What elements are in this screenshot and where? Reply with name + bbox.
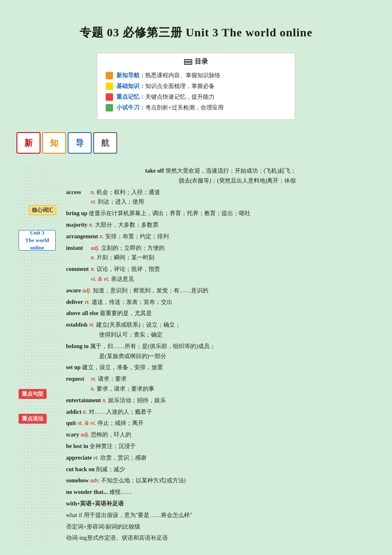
key-sentence-2: 否定词+形容词/副词的比较级 <box>66 522 375 532</box>
nav-btn-xin[interactable]: 新 <box>17 132 40 154</box>
def-comment-n: 议论，评论；批评，指责 <box>97 266 160 272</box>
def-setup: 建立，设立，准备，安排，放置 <box>82 364 163 370</box>
vocab-appreciate: appreciate vt. 欣赏，赏识；感谢 <box>66 453 375 463</box>
toc-item-3: 重点记忆：关键点快速记忆，提升能力 <box>106 92 286 102</box>
def-comment-vi: 表达意见 <box>111 276 134 282</box>
word-scary: scary <box>66 432 80 438</box>
word-belongto: belong to <box>66 343 90 349</box>
word-bringup: bring up <box>66 210 89 216</box>
pos-arrangement: n. <box>99 233 105 240</box>
def-establish: 建立(关系或联系)；设立；确立； <box>96 322 181 328</box>
vocabulary-content: take off 突然大受欢迎，迅速流行；开始成功；(飞机)起飞； 脱去(衣服等… <box>62 166 375 545</box>
left-sidebar: 核心词汇 Unit 3 The world online 重点句型 重点语法 <box>17 166 62 545</box>
key-sentence-3-text: 动词-ing形式作定语、状语和宾语补足语 <box>66 535 168 541</box>
word-comment: comment <box>66 264 91 284</box>
toc-item-1: 新知导航：熟悉课程内容、掌握知识脉络 <box>106 70 286 81</box>
word-cutback: cut back on <box>66 466 96 472</box>
pos-instant-adj: adj. <box>91 245 101 251</box>
def-entertainment: 娱乐活动；招待，娱乐 <box>108 397 166 403</box>
vocab-establish: establish vt. 建立(关系或联系)；设立；确立； 使得到认可；查实；… <box>66 320 375 340</box>
def-belost: 全神贯注；沉浸于 <box>90 443 136 449</box>
word-withobj: with+宾语+宾语补足语 <box>66 500 124 507</box>
nav-buttons-row: 新 知 导 航 <box>17 132 375 154</box>
toc-heading: 目录 <box>195 57 208 66</box>
nav-btn-zhi[interactable]: 知 <box>42 132 66 154</box>
word-appreciate: appreciate <box>66 455 93 461</box>
toc-item-4: 小试牛刀：考点剖析+过关检测，合理应用 <box>106 102 286 113</box>
key-sentence-3: 动词-ing形式作定语、状语和宾语补足语 <box>66 533 375 543</box>
vocab-deliver: deliver vt. 递送，传送；发表；宣布；交出 <box>66 297 375 307</box>
def-nowonder: 难怪…… <box>109 489 132 495</box>
key-sentence-2-text: 否定词+形容词/副词的比较级 <box>66 524 140 530</box>
toc-badge-1 <box>106 72 113 79</box>
vocab-majority: majority n. 大部分，大多数；多数票 <box>66 220 375 230</box>
word-belost: be lost in <box>66 443 90 449</box>
word-nowonder: no wonder that... <box>66 489 109 495</box>
vocab-arrangement: arrangement n. 安排；布置；约定；排列 <box>66 232 375 242</box>
vocab-quit: quit vt. & vi. 停止；戒掉；离开 <box>66 418 375 428</box>
unit-sidebar-label: Unit 3 The world online <box>19 230 56 251</box>
vocab-instant: instant adj. 立刻的；立即的；方便的 n. 片刻；瞬间；某一时刻 <box>66 243 375 263</box>
dots-background <box>17 166 62 545</box>
word-quit: quit <box>66 420 78 426</box>
toc-box: 目录 新知导航：熟悉课程内容、掌握知识脉络 基础知识：知识点全面梳理，掌握必备 … <box>97 53 295 120</box>
word-somehow: somehow <box>66 477 90 484</box>
vocab-belongto: belong to 属于，归……所有；是(俱乐部，组织等的)成员； 是(某族类或… <box>66 342 375 361</box>
vocab-access: access n. 机会；权利；入径；通道 vt. 到达；进入；使用 <box>66 187 375 207</box>
nav-btn-hang[interactable]: 航 <box>93 132 117 154</box>
def-request-n: 要求，请求；要求的事 <box>97 386 154 392</box>
def-addict: 对……入迷的人；瘾君子 <box>89 409 152 415</box>
pos-instant-n: n. <box>91 254 97 261</box>
toc-label-4: 小试牛刀： <box>116 104 145 111</box>
toc-badge-4 <box>106 104 113 111</box>
word-arrangement: arrangement <box>66 233 99 240</box>
word-takeoff: take off <box>145 168 165 174</box>
def-aware: 知道，意识到；察觉到，发觉；有……意识的 <box>93 287 208 294</box>
key-grammar-label: 重点语法 <box>19 414 47 424</box>
pos-quit: vt. & vi. <box>78 420 98 426</box>
toc-title: 目录 <box>106 57 286 66</box>
vocab-scary: scary adj. 恐怖的，吓人的 <box>66 430 375 440</box>
def-instant-adj: 立刻的；立即的；方便的 <box>101 245 165 251</box>
nav-btn-xin-label: 新 <box>24 138 33 149</box>
def-deliver: 递送，传送；发表；宣布；交出 <box>92 299 172 305</box>
vocab-entertainment: entertainment n. 娱乐活动；招待，娱乐 <box>66 396 375 406</box>
content-area: 核心词汇 Unit 3 The world online 重点句型 重点语法 t… <box>17 166 375 545</box>
def-belongto-line2: 是(某族类或纲目的)一部分 <box>66 353 166 359</box>
toc-desc-3: 关键点快速记忆，提升能力 <box>145 94 215 100</box>
def-scary: 恐怖的，吓人的 <box>91 432 131 438</box>
pos-comment-n: n. <box>91 266 97 272</box>
vocab-aware: aware adj. 知道，意识到；察觉到，发觉；有……意识的 <box>66 286 375 296</box>
vocab-nowonder: no wonder that... 难怪…… <box>66 487 375 497</box>
word-instant: instant <box>66 243 91 263</box>
def-appreciate: 欣赏，赏识；感谢 <box>100 455 146 461</box>
vocab-belost: be lost in 全神贯注；沉浸于 <box>66 441 375 451</box>
word-establish: establish <box>66 322 89 328</box>
vocab-comment: comment n. 议论，评论；批评，指责 vi. & vt. 表达意见 <box>66 264 375 284</box>
def-access-n: 机会；权利；入径；通道 <box>97 189 160 195</box>
vocab-bringup: bring up 使显示在计算机屏幕上，调出；养育；托养；教育；提出；呕吐 <box>66 209 375 218</box>
word-entertainment: entertainment <box>66 397 102 403</box>
vocab-takeoff: take off 突然大受欢迎，迅速流行；开始成功；(飞机)起飞； 脱去(衣服等… <box>66 166 375 186</box>
vocab-cutback: cut back on 削减；减少 <box>66 465 375 474</box>
pos-entertainment: n. <box>102 397 108 403</box>
def-request-vt: 请求；要求 <box>98 376 127 382</box>
key-sentence-1-text: what if 用于提出假设，意为"要是……将会怎么样" <box>66 512 192 518</box>
pos-establish: vt. <box>89 322 96 328</box>
def-quit: 停止；戒掉；离开 <box>97 420 144 426</box>
word-access: access <box>66 187 91 207</box>
page-title: 专题 03 必修第三册 Unit 3 The world online <box>17 25 375 40</box>
pos-access-n: n. <box>91 189 97 195</box>
def-aboveall: 最重要的是，尤其是 <box>100 310 152 316</box>
pos-deliver: vt. <box>84 299 91 305</box>
word-setup: set up <box>66 364 82 370</box>
def-somehow: 不知怎么地；以某种方式(或方法) <box>101 477 186 484</box>
nav-btn-zhi-label: 知 <box>50 138 58 149</box>
unit-label-line1: Unit 3 <box>30 229 44 237</box>
nav-btn-dao[interactable]: 导 <box>68 132 92 154</box>
def-access-vt: 到达；进入；使用 <box>98 199 144 205</box>
toc-desc-4: 考点剖析+过关检测，合理应用 <box>145 104 224 111</box>
word-addict: addict <box>66 409 83 415</box>
vocab-request: request vt. 请求；要求 n. 要求，请求；要求的事 <box>66 374 375 394</box>
word-majority: majority <box>66 222 89 228</box>
